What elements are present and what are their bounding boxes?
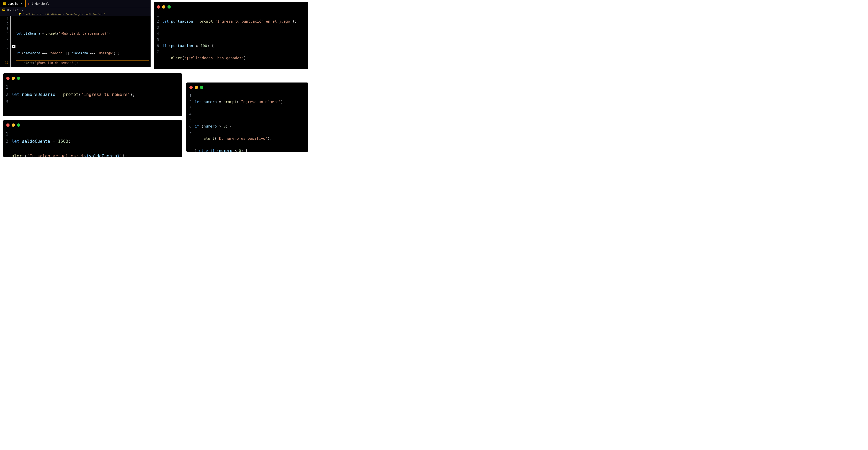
close-dot-icon[interactable] — [189, 86, 193, 89]
code-line: alert('¡Felicidades, has ganado!'); — [162, 55, 297, 61]
code-line: let diaSemana = prompt('¿Qué día de la s… — [16, 31, 151, 36]
line-number: 1 — [156, 12, 159, 18]
html-icon: ◧ — [29, 2, 30, 5]
snippet-nombre-usuario: 1 2 3 let nombreUsuario = prompt('Ingres… — [3, 73, 182, 116]
line-number: 2 — [189, 99, 191, 105]
close-dot-icon[interactable] — [6, 123, 9, 127]
close-dot-icon[interactable] — [157, 5, 160, 8]
code-line: if (diaSemana === 'Sábado' || diaSemana … — [16, 51, 151, 56]
code-line — [16, 21, 151, 26]
snippet-body: 1 2 let saldoCuenta = 1500; alert(`Tu sa… — [3, 129, 182, 157]
minimize-dot-icon[interactable] — [162, 5, 165, 8]
code-editor-panel: JS app.js × ◧ index.html JS app.js > ...… — [0, 0, 151, 67]
code-area[interactable]: 1 2 3 4 5 6 7 8 9 10 let diaSemana = pro… — [0, 16, 151, 67]
line-number: 9 — [0, 56, 8, 60]
line-number: 4 — [0, 31, 8, 36]
line-number: 7 — [189, 129, 191, 136]
line-number: 1 — [5, 130, 8, 138]
js-icon: JS — [3, 2, 6, 5]
cursor-highlight — [16, 60, 149, 65]
line-number: 1 — [0, 17, 8, 21]
code-line: if (numero > 0) { — [195, 123, 285, 129]
line-number: 6 — [189, 123, 191, 129]
line-number: 2 — [156, 18, 159, 24]
breadcrumb-file: app.js — [6, 8, 16, 11]
blackbox-hint[interactable]: 💡 Click here to ask Blackbox to help you… — [0, 12, 151, 16]
line-number-active: 10 — [0, 60, 8, 65]
line-number: 1 — [189, 93, 191, 99]
line-number: 4 — [189, 111, 191, 117]
code-content: let puntuacion = prompt('Ingresa tu punt… — [162, 12, 297, 69]
lightbulb-icon: 💡 — [18, 12, 21, 16]
breadcrumb-sep: > — [17, 8, 19, 11]
line-number: 1 — [5, 84, 8, 91]
tab-index-html[interactable]: ◧ index.html — [26, 0, 52, 7]
snippet-body: 1 2 3 4 5 6 7 let puntuacion = prompt('I… — [154, 10, 308, 69]
line-number: 4 — [156, 31, 159, 37]
code-line: let numero = prompt('Ingresa un número')… — [195, 99, 285, 105]
maximize-dot-icon[interactable] — [167, 5, 171, 8]
code-line: alert('El número es positivo'); — [195, 136, 285, 142]
line-number: 3 — [156, 24, 159, 31]
window-controls — [186, 83, 308, 91]
tab-label: app.js — [8, 2, 18, 5]
line-number: 3 — [189, 105, 191, 111]
line-gutter: 1 2 3 4 5 6 7 — [156, 12, 162, 69]
line-number: 5 — [0, 36, 8, 41]
hint-text: Click here to ask Blackbox to help you c… — [22, 12, 102, 16]
line-number: 7 — [156, 49, 159, 55]
code-line — [11, 106, 135, 113]
line-number: 6 — [0, 41, 8, 46]
breadcrumb[interactable]: JS app.js > ... — [0, 7, 151, 12]
window-controls — [3, 73, 182, 82]
js-icon: JS — [2, 8, 5, 11]
line-number: 3 — [0, 26, 8, 31]
code-content: let nombreUsuario = prompt('Ingresa tu n… — [11, 84, 135, 116]
maximize-dot-icon[interactable] — [200, 86, 203, 89]
minimize-dot-icon[interactable] — [11, 77, 15, 80]
tab-app-js[interactable]: JS app.js × — [0, 0, 26, 7]
snippet-saldo-cuenta: 1 2 let saldoCuenta = 1500; alert(`Tu sa… — [3, 120, 182, 157]
maximize-dot-icon[interactable] — [17, 77, 20, 80]
line-gutter: 1 2 3 — [5, 84, 11, 116]
line-gutter: 1 2 — [5, 130, 11, 157]
code-line — [195, 111, 285, 117]
line-number: 2 — [5, 138, 8, 145]
tab-bar: JS app.js × ◧ index.html — [0, 0, 151, 7]
code-line: let nombreUsuario = prompt('Ingresa tu n… — [11, 91, 135, 98]
minimize-dot-icon[interactable] — [11, 123, 15, 127]
code-line: let puntuacion = prompt('Ingresa tu punt… — [162, 18, 297, 24]
window-controls — [154, 2, 308, 10]
code-content: let numero = prompt('Ingresa un número')… — [195, 93, 285, 152]
line-number: 3 — [5, 98, 8, 106]
breadcrumb-extra: ... — [20, 8, 25, 11]
code-content[interactable]: let diaSemana = prompt('¿Qué día de la s… — [12, 16, 151, 67]
code-line: if (puntuacion ⩾ 100) { — [162, 43, 297, 49]
snippet-puntuacion: 1 2 3 4 5 6 7 let puntuacion = prompt('I… — [154, 2, 308, 69]
snippet-body: 1 2 3 4 5 6 7 let numero = prompt('Ingre… — [186, 91, 308, 152]
add-line-button[interactable]: + — [12, 45, 16, 48]
close-icon[interactable]: × — [21, 2, 22, 5]
code-line — [16, 41, 151, 46]
line-number: 5 — [156, 37, 159, 43]
line-number: 7 — [0, 46, 8, 51]
line-number: 5 — [189, 117, 191, 123]
tab-label: index.html — [32, 2, 49, 5]
window-controls — [3, 120, 182, 129]
close-dot-icon[interactable] — [6, 77, 9, 80]
snippet-numero: 1 2 3 4 5 6 7 let numero = prompt('Ingre… — [186, 83, 308, 152]
line-number: 6 — [156, 43, 159, 49]
code-line: alert(`Tu saldo actual es: $${saldoCuent… — [11, 152, 127, 157]
minimize-dot-icon[interactable] — [195, 86, 198, 89]
line-number: 2 — [0, 21, 8, 26]
code-line — [162, 31, 297, 37]
code-line: } else { — [162, 67, 297, 69]
maximize-dot-icon[interactable] — [17, 123, 20, 127]
line-gutter: 1 2 3 4 5 6 7 — [189, 93, 195, 152]
snippet-body: 1 2 3 let nombreUsuario = prompt('Ingres… — [3, 82, 182, 116]
code-line: } else if (numero < 0) { — [195, 148, 285, 152]
cursor-pipe: | — [103, 12, 105, 16]
line-number: 8 — [0, 51, 8, 56]
line-gutter: 1 2 3 4 5 6 7 8 9 10 — [0, 16, 12, 67]
line-number: 2 — [5, 91, 8, 98]
